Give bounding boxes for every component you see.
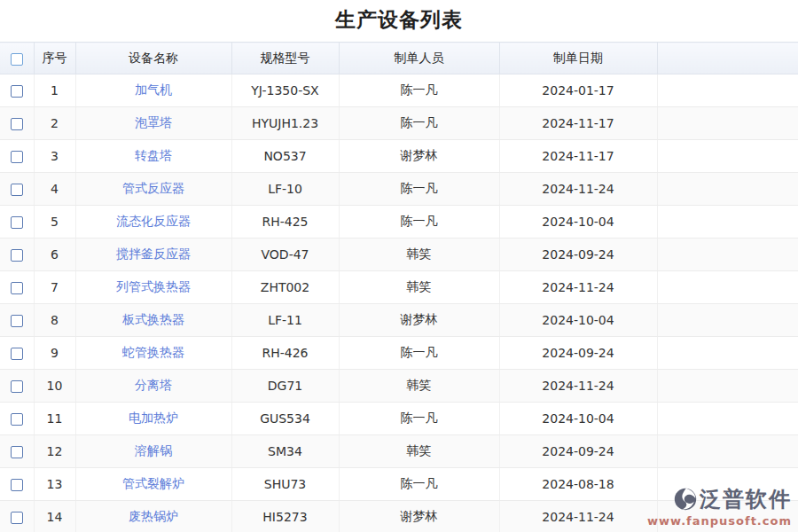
row-index: 10	[34, 370, 75, 403]
table-row: 8板式换热器LF-11谢梦林2024-10-04	[0, 304, 798, 337]
table-row: 9蛇管换热器RH-426陈一凡2024-09-24	[0, 337, 798, 370]
maker-cell: 陈一凡	[339, 173, 499, 206]
extra-cell	[657, 271, 798, 304]
device-name-link[interactable]: 板式换热器	[122, 312, 184, 326]
spec-cell: VOD-47	[231, 239, 339, 271]
spec-cell: NO537	[231, 140, 339, 173]
device-name-cell: 溶解锅	[75, 435, 231, 468]
maker-cell: 韩笑	[339, 239, 499, 271]
device-name-link[interactable]: 泡罩塔	[135, 115, 172, 129]
row-index: 11	[34, 403, 75, 435]
device-name-cell: 蛇管换热器	[75, 337, 231, 370]
maker-cell: 谢梦林	[339, 304, 499, 337]
device-name-link[interactable]: 搅拌釜反应器	[116, 246, 191, 261]
device-name-link[interactable]: 流态化反应器	[116, 214, 191, 228]
table-row: 10分离塔DG71韩笑2024-11-24	[0, 370, 798, 403]
select-all-cell	[0, 43, 34, 74]
device-name-link[interactable]: 分离塔	[135, 378, 172, 392]
device-name-link[interactable]: 加气机	[135, 82, 172, 97]
row-index: 12	[34, 435, 75, 468]
date-cell: 2024-10-04	[499, 403, 657, 435]
select-all-checkbox[interactable]	[11, 53, 23, 66]
table-row: 1加气机YJ-1350-SX陈一凡2024-01-17	[0, 74, 798, 107]
row-checkbox[interactable]	[11, 249, 23, 262]
date-cell: 2024-09-24	[499, 239, 657, 271]
row-checkbox[interactable]	[11, 315, 23, 327]
spec-cell: YJ-1350-SX	[231, 74, 339, 107]
row-index: 14	[34, 501, 75, 532]
row-checkbox-cell	[0, 271, 34, 304]
row-checkbox[interactable]	[11, 216, 23, 229]
row-checkbox[interactable]	[11, 512, 23, 524]
maker-cell: 陈一凡	[339, 337, 499, 370]
device-name-link[interactable]: 列管式换热器	[116, 279, 191, 293]
device-name-link[interactable]: 转盘塔	[135, 148, 172, 162]
row-index: 7	[34, 271, 75, 304]
device-name-link[interactable]: 管式裂解炉	[122, 476, 184, 490]
spec-cell: GUS534	[231, 403, 339, 435]
watermark-brand-text: 泛普软件	[700, 485, 792, 513]
table-row: 5流态化反应器RH-425陈一凡2024-10-04	[0, 206, 798, 239]
date-cell: 2024-11-17	[499, 107, 657, 140]
row-checkbox-cell	[0, 435, 34, 468]
extra-cell	[657, 74, 798, 107]
device-name-cell: 板式换热器	[75, 304, 231, 337]
spec-cell: RH-426	[231, 337, 339, 370]
extra-cell	[657, 403, 798, 435]
row-checkbox-cell	[0, 337, 34, 370]
row-index: 4	[34, 173, 75, 206]
row-checkbox-cell	[0, 239, 34, 271]
extra-cell	[657, 370, 798, 403]
maker-cell: 陈一凡	[339, 206, 499, 239]
row-checkbox[interactable]	[11, 413, 23, 426]
date-cell: 2024-01-17	[499, 74, 657, 107]
row-checkbox-cell	[0, 140, 34, 173]
spec-cell: ZHT002	[231, 271, 339, 304]
date-cell: 2024-11-24	[499, 173, 657, 206]
header-row: 序号 设备名称 规格型号 制单人员 制单日期	[0, 43, 798, 74]
spec-cell: DG71	[231, 370, 339, 403]
table-row: 12溶解锅SM34韩笑2024-09-24	[0, 435, 798, 468]
device-name-cell: 流态化反应器	[75, 206, 231, 239]
row-checkbox[interactable]	[11, 151, 23, 163]
equipment-list-page: 生产设备列表 序号 设备名称 规格型号 制单人员 制单日期 1加气机YJ-135…	[0, 0, 798, 532]
device-name-link[interactable]: 溶解锅	[135, 443, 172, 458]
row-index: 5	[34, 206, 75, 239]
row-index: 6	[34, 239, 75, 271]
row-checkbox[interactable]	[11, 85, 23, 98]
device-name-link[interactable]: 管式反应器	[122, 181, 184, 195]
extra-cell	[657, 173, 798, 206]
spec-cell: HYUJH1.23	[231, 107, 339, 140]
device-name-link[interactable]: 电加热炉	[129, 411, 178, 425]
row-checkbox-cell	[0, 173, 34, 206]
extra-cell	[657, 435, 798, 468]
row-checkbox[interactable]	[11, 479, 23, 491]
row-checkbox-cell	[0, 206, 34, 239]
column-header-maker: 制单人员	[339, 43, 499, 74]
maker-cell: 陈一凡	[339, 403, 499, 435]
fanpu-logo-icon	[674, 488, 697, 511]
device-name-cell: 搅拌釜反应器	[75, 239, 231, 271]
date-cell: 2024-11-24	[499, 501, 657, 532]
date-cell: 2024-11-24	[499, 370, 657, 403]
spec-cell: RH-425	[231, 206, 339, 239]
row-checkbox[interactable]	[11, 184, 23, 196]
column-header-extra	[657, 43, 798, 74]
row-checkbox-cell	[0, 501, 34, 532]
row-checkbox[interactable]	[11, 118, 23, 130]
row-checkbox[interactable]	[11, 446, 23, 458]
device-name-cell: 泡罩塔	[75, 107, 231, 140]
row-checkbox[interactable]	[11, 282, 23, 294]
row-checkbox-cell	[0, 304, 34, 337]
date-cell: 2024-09-24	[499, 435, 657, 468]
device-name-link[interactable]: 蛇管换热器	[122, 345, 184, 359]
row-index: 13	[34, 468, 75, 501]
row-checkbox[interactable]	[11, 380, 23, 393]
row-checkbox[interactable]	[11, 348, 23, 360]
row-checkbox-cell	[0, 107, 34, 140]
row-checkbox-cell	[0, 403, 34, 435]
table-row: 11电加热炉GUS534陈一凡2024-10-04	[0, 403, 798, 435]
device-name-link[interactable]: 废热锅炉	[129, 509, 178, 523]
row-checkbox-cell	[0, 370, 34, 403]
column-header-index: 序号	[34, 43, 75, 74]
